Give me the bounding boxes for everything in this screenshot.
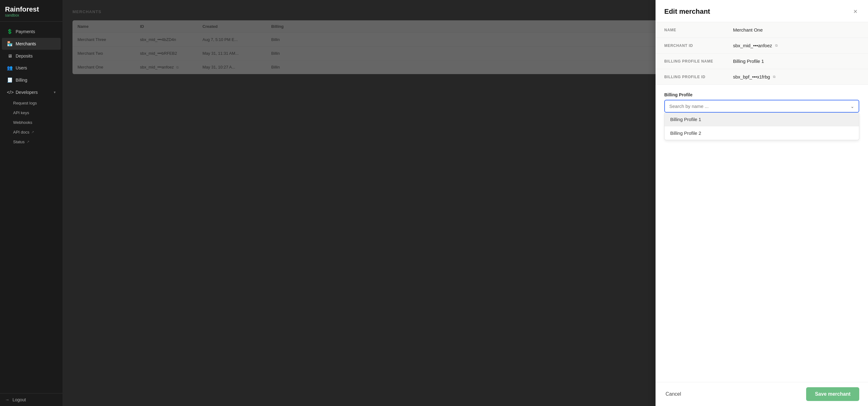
app-env: sandbox xyxy=(5,13,58,18)
sidebar: Rainforest sandbox 💲 Payments 🏪 Merchant… xyxy=(0,0,62,406)
logout-label: Logout xyxy=(12,397,26,402)
nav-label-deposits: Deposits xyxy=(16,54,56,58)
modal-overlay: Edit merchant × NAME Merchant One MERCHA… xyxy=(62,0,868,406)
payments-icon: 💲 xyxy=(7,29,12,34)
chevron-down-icon[interactable]: ⌄ xyxy=(850,104,854,109)
billing-profile-form-label: Billing Profile xyxy=(664,92,859,97)
billing-profile-form-section: Billing Profile ⌄ Billing Profile 1 Bill… xyxy=(655,85,868,148)
logout-button[interactable]: → Logout xyxy=(0,393,62,406)
dropdown-item-billing-profile-2[interactable]: Billing Profile 2 xyxy=(664,126,859,140)
nav-label-users: Users xyxy=(16,65,56,70)
sidebar-item-api-keys[interactable]: API keys xyxy=(13,108,62,118)
dropdown-item-billing-profile-1[interactable]: Billing Profile 1 xyxy=(664,113,859,126)
cancel-button[interactable]: Cancel xyxy=(664,388,682,400)
modal-body: NAME Merchant One MERCHANT ID sbx_mid_••… xyxy=(655,22,868,382)
nav-label-billing: Billing xyxy=(16,78,56,83)
info-label-billing-profile-name: BILLING PROFILE NAME xyxy=(664,59,733,63)
info-value-name: Merchant One xyxy=(733,27,859,32)
users-icon: 👥 xyxy=(7,65,12,71)
logout-icon: → xyxy=(5,397,9,402)
copy-billing-profile-id-icon[interactable]: ⧉ xyxy=(773,75,776,79)
main-area: MERCHANTS Name ID Created Billing Mercha… xyxy=(62,0,868,406)
merchants-icon: 🏪 xyxy=(7,41,12,47)
sidebar-item-webhooks[interactable]: Webhooks xyxy=(13,118,62,127)
external-link-icon-status: ↗ xyxy=(27,140,29,144)
modal-title: Edit merchant xyxy=(664,7,710,16)
billing-icon: 🧾 xyxy=(7,77,12,83)
billing-profile-dropdown: ⌄ Billing Profile 1 Billing Profile 2 xyxy=(664,100,859,140)
nav-label-developers: Developers xyxy=(16,90,51,95)
modal-close-button[interactable]: × xyxy=(851,7,859,16)
webhooks-label: Webhooks xyxy=(13,120,32,125)
sidebar-item-billing[interactable]: 🧾 Billing xyxy=(2,74,61,86)
sidebar-item-merchants[interactable]: 🏪 Merchants xyxy=(2,38,61,50)
request-logs-label: Request logs xyxy=(13,101,37,106)
info-label-merchant-id: MERCHANT ID xyxy=(664,44,733,48)
info-row-name: NAME Merchant One xyxy=(655,22,868,38)
sidebar-item-payments[interactable]: 💲 Payments xyxy=(2,26,61,37)
sidebar-item-users[interactable]: 👥 Users xyxy=(2,62,61,74)
info-row-merchant-id: MERCHANT ID sbx_mid_•••anfoez ⧉ xyxy=(655,38,868,54)
info-value-merchant-id: sbx_mid_•••anfoez ⧉ xyxy=(733,43,859,48)
info-row-billing-profile-id: BILLING PROFILE ID sbx_bpf_•••x1frbg ⧉ xyxy=(655,69,868,85)
search-input-wrapper[interactable]: ⌄ xyxy=(664,100,859,113)
sidebar-nav: 💲 Payments 🏪 Merchants 🖥 Deposits 👥 User… xyxy=(0,22,62,393)
billing-profile-dropdown-list: Billing Profile 1 Billing Profile 2 xyxy=(664,113,859,140)
status-label: Status xyxy=(13,140,25,144)
app-name: Rainforest xyxy=(5,6,58,13)
api-docs-label: API docs xyxy=(13,130,29,135)
edit-merchant-modal: Edit merchant × NAME Merchant One MERCHA… xyxy=(655,0,868,406)
save-merchant-button[interactable]: Save merchant xyxy=(806,387,859,401)
billing-profile-search-input[interactable] xyxy=(669,104,850,109)
developers-icon: </> xyxy=(7,89,12,95)
info-section: NAME Merchant One MERCHANT ID sbx_mid_••… xyxy=(655,22,868,85)
sidebar-logo: Rainforest sandbox xyxy=(0,0,62,22)
info-label-name: NAME xyxy=(664,28,733,32)
chevron-down-icon: ▾ xyxy=(54,90,56,94)
info-label-billing-profile-id: BILLING PROFILE ID xyxy=(664,75,733,79)
nav-label-merchants: Merchants xyxy=(16,41,56,46)
api-keys-label: API keys xyxy=(13,110,29,115)
info-value-billing-profile-id: sbx_bpf_•••x1frbg ⧉ xyxy=(733,74,859,80)
sidebar-item-developers[interactable]: </> Developers ▾ xyxy=(2,86,61,98)
sidebar-item-deposits[interactable]: 🖥 Deposits xyxy=(2,50,61,62)
info-value-billing-profile-name: Billing Profile 1 xyxy=(733,58,859,64)
modal-footer: Cancel Save merchant xyxy=(655,382,868,406)
developers-submenu: Request logs API keys Webhooks API docs … xyxy=(0,98,62,147)
external-link-icon: ↗ xyxy=(31,130,34,134)
sidebar-item-status[interactable]: Status ↗ xyxy=(13,137,62,147)
sidebar-item-request-logs[interactable]: Request logs xyxy=(13,98,62,108)
deposits-icon: 🖥 xyxy=(7,53,12,58)
modal-header: Edit merchant × xyxy=(655,0,868,22)
copy-merchant-id-icon[interactable]: ⧉ xyxy=(775,44,778,48)
nav-label-payments: Payments xyxy=(16,29,56,34)
sidebar-item-api-docs[interactable]: API docs ↗ xyxy=(13,127,62,137)
info-row-billing-profile-name: BILLING PROFILE NAME Billing Profile 1 xyxy=(655,54,868,69)
